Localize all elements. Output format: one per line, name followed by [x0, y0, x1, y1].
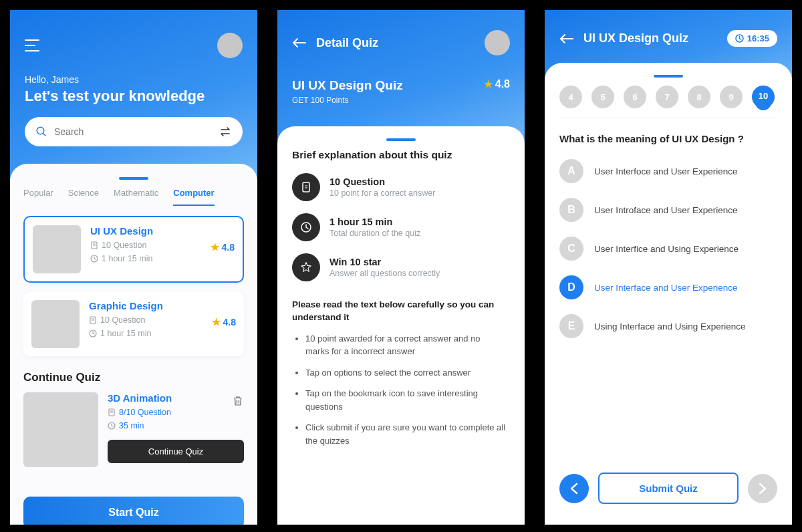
clock-icon: [108, 422, 116, 430]
pull-bar: [386, 138, 416, 141]
continue-heading: Continue Quiz: [23, 371, 244, 384]
info-sub: Total duration of the quiz: [329, 229, 420, 238]
continue-time: 35 min: [108, 421, 244, 430]
option-label: C: [559, 237, 583, 261]
question-sheet: 4 5 6 7 8 9 10 What is the meaning of UI…: [545, 63, 792, 517]
greeting: Hello, James: [25, 74, 243, 85]
option[interactable]: D User Interface and User Experience: [559, 275, 777, 299]
quiz-thumbnail: [31, 300, 80, 348]
question-screen: UI UX Design Quiz 16:35 4 5 6 7 8 9 10 W…: [545, 10, 792, 525]
continue-progress: 8/10 Question: [108, 408, 244, 417]
quiz-rating: ★4.8: [212, 316, 236, 328]
swap-icon[interactable]: [220, 126, 232, 137]
question-num[interactable]: 5: [591, 86, 614, 108]
star-icon: ★: [484, 78, 493, 90]
detail-sheet: Brief explanation about this quiz 10 Que…: [277, 126, 525, 511]
list-item: Tap on the bookmark icon to save interes…: [305, 387, 510, 413]
question-num[interactable]: 4: [559, 86, 582, 108]
tab-computer[interactable]: Computer: [173, 188, 214, 206]
document-icon: [89, 316, 97, 324]
page-title: Let's test your knowledge: [25, 88, 243, 105]
submit-quiz-button[interactable]: Submit Quiz: [598, 473, 739, 504]
clock-icon: [90, 255, 98, 263]
tab-science[interactable]: Science: [68, 188, 99, 206]
question-num[interactable]: 6: [624, 86, 646, 108]
bottom-nav: Submit Quiz: [559, 473, 777, 504]
document-icon: [108, 408, 116, 416]
menu-icon[interactable]: [25, 39, 39, 51]
detail-screen: Detail Quiz UI UX Design Quiz GET 100 Po…: [277, 10, 525, 525]
info-sub: 10 point for a correct answer: [329, 188, 435, 198]
list-item: Click submit if you are sure you want to…: [305, 421, 510, 447]
option-text: User Introface and User Experience: [594, 205, 738, 215]
prev-button[interactable]: [559, 474, 589, 503]
option[interactable]: B User Introface and User Experience: [559, 198, 777, 222]
continue-thumbnail: [23, 392, 98, 467]
option-text: Using Interface and Using Experience: [594, 321, 746, 331]
document-icon: [292, 173, 320, 201]
trash-icon[interactable]: [232, 395, 244, 407]
option[interactable]: E Using Interface and Using Experience: [559, 314, 777, 338]
option-text: User Interfice and Using Experience: [594, 244, 739, 254]
info-title: 10 Question: [329, 176, 435, 187]
list-item: 10 point awarded for a correct answer an…: [305, 332, 510, 358]
avatar[interactable]: [217, 33, 243, 58]
question-text: What is the meaning of UI UX Design ?: [559, 133, 777, 144]
avatar[interactable]: [485, 30, 510, 55]
option-label: B: [559, 198, 583, 222]
option[interactable]: C User Interfice and Using Experience: [559, 237, 777, 261]
info-row: Win 10 star Answer all questions correct…: [292, 253, 510, 281]
question-num[interactable]: 7: [656, 86, 678, 108]
question-num[interactable]: 9: [720, 86, 743, 108]
quiz-duration: 1 hour 15 min: [90, 254, 235, 263]
info-row: 1 hour 15 min Total duration of the quiz: [292, 213, 510, 241]
svg-line-4: [43, 133, 45, 136]
clock-icon: [89, 329, 97, 338]
options-list: A User Interfoce and User Experience B U…: [559, 159, 777, 338]
timer-badge: 16:35: [727, 30, 777, 47]
read-instructions-title: Please read the text below carefully so …: [292, 299, 510, 324]
back-icon[interactable]: [292, 37, 307, 49]
document-icon: [90, 241, 98, 249]
start-quiz-button[interactable]: Start Quiz: [23, 497, 244, 525]
option[interactable]: A User Interfoce and User Experience: [559, 159, 777, 183]
back-icon[interactable]: [559, 33, 574, 45]
quiz-sub: GET 100 Points: [292, 96, 403, 105]
info-sub: Answer all questions correctly: [329, 269, 440, 278]
instructions-list: 10 point awarded for a correct answer an…: [292, 332, 510, 448]
quiz-name: UI UX Design Quiz: [292, 78, 403, 93]
quiz-rating: ★4.8: [211, 241, 235, 253]
search-input[interactable]: [54, 126, 213, 137]
question-num[interactable]: 8: [688, 86, 710, 108]
svg-rect-19: [303, 182, 309, 192]
list-item: Tap on options to select the correct ans…: [305, 366, 510, 380]
quiz-title: UI UX Design: [90, 225, 235, 237]
tab-mathematic[interactable]: Mathematic: [114, 188, 158, 206]
continue-title: 3D Animation: [108, 392, 244, 404]
quiz-title: Graphic Design: [89, 300, 236, 311]
star-icon: ★: [212, 316, 221, 328]
next-button[interactable]: [748, 474, 777, 503]
home-screen: Hello, James Let's test your knowledge P…: [10, 10, 257, 525]
search-icon: [35, 126, 47, 138]
star-icon: [292, 253, 320, 281]
tab-popular[interactable]: Popular: [23, 188, 53, 206]
quiz-card[interactable]: UI UX Design 10 Question 1 hour 15 min ★…: [23, 216, 244, 283]
info-row: 10 Question 10 point for a correct answe…: [292, 173, 510, 201]
category-tabs: Popular Science Mathematic Computer: [23, 188, 244, 207]
pull-bar: [119, 177, 148, 180]
continue-quiz-button[interactable]: Continue Quiz: [108, 440, 244, 463]
page-title: UI UX Design Quiz: [583, 31, 688, 45]
home-sheet: Popular Science Mathematic Computer UI U…: [10, 164, 257, 525]
search-bar[interactable]: [25, 117, 243, 146]
option-label: D: [559, 275, 583, 299]
quiz-duration: 1 hour 15 min: [89, 329, 236, 338]
option-label: A: [559, 159, 583, 183]
quiz-card[interactable]: Graphic Design 10 Question 1 hour 15 min…: [23, 292, 244, 356]
option-text: User Interfoce and User Experience: [594, 166, 738, 176]
question-num[interactable]: 10: [752, 86, 775, 108]
continue-card[interactable]: 3D Animation 8/10 Question 35 min Contin…: [23, 392, 244, 467]
clock-icon: [292, 213, 320, 241]
info-title: 1 hour 15 min: [329, 217, 420, 227]
quiz-thumbnail: [33, 225, 81, 273]
